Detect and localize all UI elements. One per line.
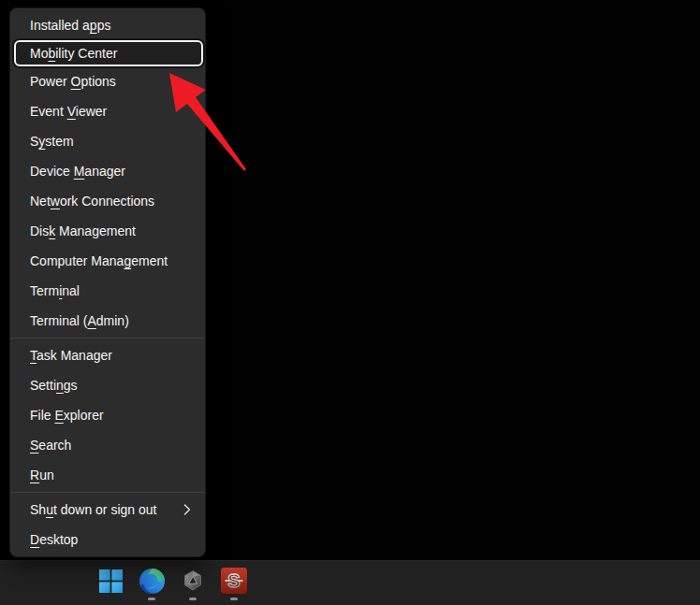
menu-item-label: Installed apps	[30, 18, 110, 33]
menu-item-run[interactable]: Run	[10, 460, 205, 490]
menu-item-shut-down-or-sign-out[interactable]: Shut down or sign out	[10, 495, 205, 525]
menu-separator	[10, 338, 205, 339]
menu-item-label: Mobility Center	[30, 46, 117, 61]
menu-item-label: Terminal (Admin)	[30, 313, 129, 328]
microsoft-edge-icon	[139, 569, 165, 598]
menu-item-installed-apps[interactable]: Installed apps	[10, 10, 205, 40]
menu-item-label: Search	[30, 438, 71, 453]
start-button[interactable]	[92, 564, 129, 601]
menu-item-label: Event Viewer	[30, 104, 107, 119]
chevron-right-icon	[183, 504, 191, 515]
menu-item-label: File Explorer	[30, 408, 104, 423]
menu-item-desktop[interactable]: Desktop	[10, 525, 205, 555]
annotation-arrow	[159, 65, 253, 178]
menu-item-label: Settings	[30, 378, 78, 393]
menu-item-mobility-center[interactable]: Mobility Center	[14, 40, 203, 66]
menu-item-label: Run	[30, 468, 54, 483]
running-indicator	[189, 598, 197, 600]
menu-item-terminal[interactable]: Terminal	[10, 276, 205, 306]
menu-item-label: Terminal	[30, 283, 80, 298]
menu-item-label: Desktop	[30, 532, 78, 547]
menu-item-disk-management[interactable]: Disk Management	[10, 216, 205, 246]
menu-item-label: Computer Management	[30, 253, 168, 268]
menu-item-computer-management[interactable]: Computer Management	[10, 246, 205, 276]
menu-item-label: Device Manager	[30, 164, 125, 179]
gem-app-button[interactable]	[174, 564, 211, 601]
annotation-arrow-shape	[169, 73, 246, 171]
windows-start-icon	[99, 569, 123, 597]
menu-item-file-explorer[interactable]: File Explorer	[10, 400, 205, 430]
red-s-app-button[interactable]: S	[215, 564, 253, 601]
red-s-icon: S	[221, 568, 247, 598]
menu-item-label: Shut down or sign out	[30, 502, 156, 517]
menu-item-label: Disk Management	[30, 223, 136, 238]
menu-item-search[interactable]: Search	[10, 430, 205, 460]
menu-item-label: Task Manager	[30, 348, 112, 363]
menu-item-label: Power Options	[30, 74, 116, 89]
edge-browser-button[interactable]	[133, 564, 170, 601]
menu-item-terminal-admin[interactable]: Terminal (Admin)	[10, 306, 205, 336]
running-indicator	[230, 598, 238, 600]
menu-item-settings[interactable]: Settings	[10, 370, 205, 400]
gray-gem-icon	[181, 569, 205, 597]
menu-item-network-connections[interactable]: Network Connections	[10, 186, 205, 216]
menu-item-task-manager[interactable]: Task Manager	[10, 340, 205, 370]
taskbar: S	[0, 560, 700, 605]
menu-separator	[10, 492, 205, 493]
menu-item-label: System	[30, 134, 74, 149]
menu-item-label: Network Connections	[30, 194, 154, 209]
running-indicator	[148, 598, 155, 600]
